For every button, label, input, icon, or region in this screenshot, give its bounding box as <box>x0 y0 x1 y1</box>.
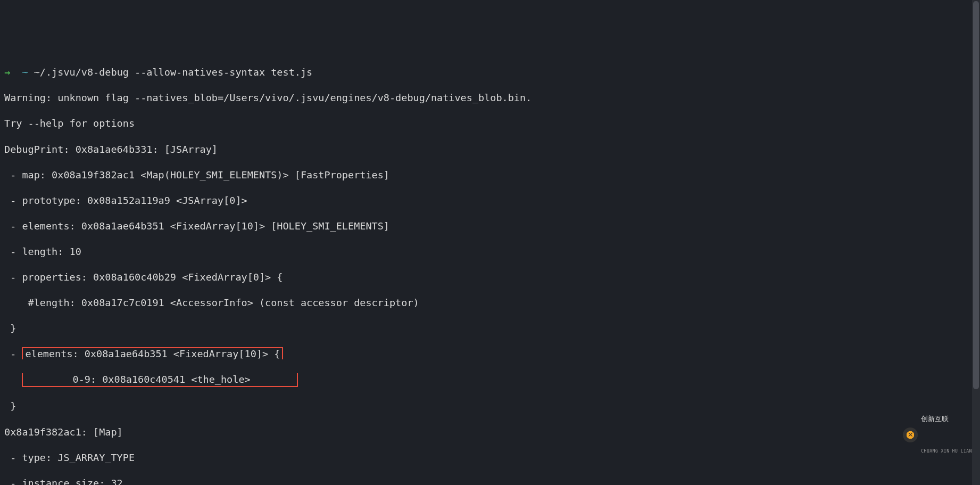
highlighted-elements-block: 0-9: 0x08a160c40541 <the_hole> <box>4 373 976 387</box>
prompt-tilde: ~ <box>22 67 28 78</box>
line-prefix: - <box>4 348 22 359</box>
output-line: DebugPrint: 0x8a1ae64b331: [JSArray] <box>4 143 976 156</box>
output-line: - properties: 0x08a160c40b29 <FixedArray… <box>4 271 976 284</box>
terminal-output: → ~ ~/.jsvu/v8-debug --allow-natives-syn… <box>4 53 976 485</box>
highlight-bottom: 0-9: 0x08a160c40541 <the_hole> <box>22 373 298 387</box>
logo-text-sub: CHUANG XIN HU LIAN <box>921 449 972 454</box>
output-line: - prototype: 0x08a152a119a9 <JSArray[0]> <box>4 194 976 207</box>
logo-icon: ✕ <box>903 428 918 442</box>
highlighted-elements-block: - elements: 0x08a1ae64b351 <FixedArray[1… <box>4 348 976 360</box>
scrollbar-track[interactable] <box>972 0 980 485</box>
output-line: Try --help for options <box>4 117 976 130</box>
highlight-top: elements: 0x08a1ae64b351 <FixedArray[10]… <box>22 347 283 359</box>
output-line: #length: 0x08a17c7c0191 <AccessorInfo> (… <box>4 297 976 309</box>
output-line: - length: 10 <box>4 245 976 258</box>
command-text: ~/.jsvu/v8-debug --allow-natives-syntax … <box>34 67 312 78</box>
prompt-arrow-icon: → <box>4 67 10 78</box>
prompt-line: → ~ ~/.jsvu/v8-debug --allow-natives-syn… <box>4 66 976 79</box>
output-line: - elements: 0x08a1ae64b351 <FixedArray[1… <box>4 220 976 233</box>
output-line: Warning: unknown flag --natives_blob=/Us… <box>4 92 976 104</box>
output-line: } <box>4 400 976 413</box>
scrollbar-thumb[interactable] <box>973 1 979 389</box>
watermark-logo: ✕ 创新互联 CHUANG XIN HU LIAN <box>903 390 972 480</box>
logo-text-main: 创新互联 <box>921 415 972 423</box>
output-line: } <box>4 322 976 335</box>
output-line: 0x8a19f382ac1: [Map] <box>4 426 976 439</box>
output-line: - instance size: 32 <box>4 477 976 485</box>
output-line: - type: JS_ARRAY_TYPE <box>4 451 976 464</box>
output-line: - map: 0x08a19f382ac1 <Map(HOLEY_SMI_ELE… <box>4 169 976 182</box>
